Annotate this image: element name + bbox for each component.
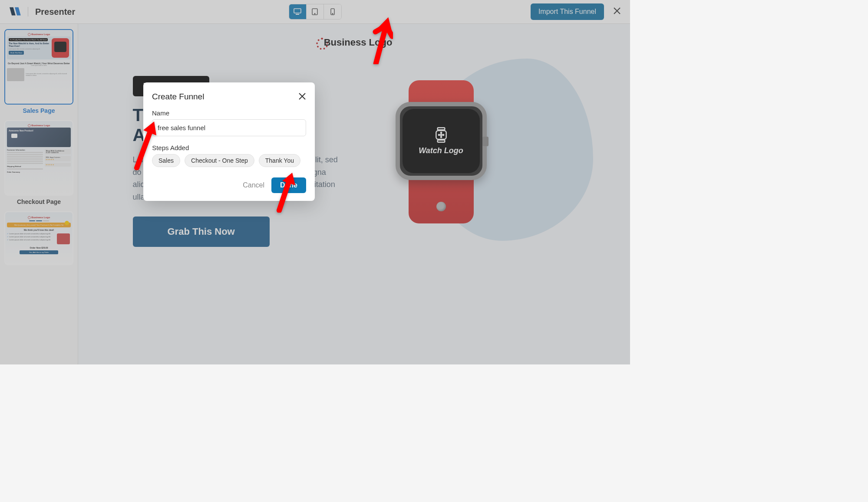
steps-label: StSteps Added — [152, 144, 306, 151]
step-chip: Checkout - One Step — [185, 154, 254, 167]
annotation-arrow-icon — [273, 171, 297, 214]
annotation-arrow-icon — [371, 16, 393, 66]
modal-close-button[interactable] — [298, 92, 306, 102]
step-chip: Thank You — [259, 154, 300, 167]
modal-overlay — [0, 0, 630, 364]
cancel-button[interactable]: Cancel — [243, 181, 264, 189]
close-icon — [298, 92, 306, 100]
steps-chip-list: Sales Checkout - One Step Thank You — [152, 154, 306, 167]
annotation-arrow-icon — [130, 118, 161, 172]
funnel-name-input[interactable] — [152, 119, 306, 136]
modal-title: Create Funnel — [152, 92, 204, 102]
name-field-label: Name — [152, 109, 306, 117]
